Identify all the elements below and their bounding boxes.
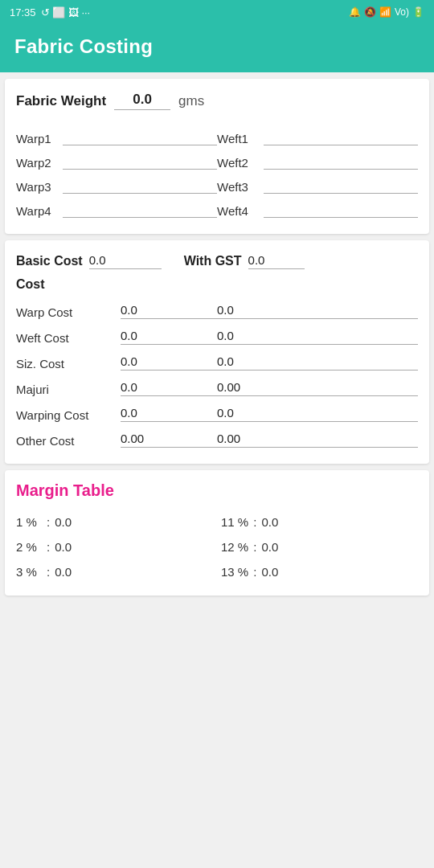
warp1-input[interactable] — [63, 129, 217, 145]
siz-cost-row: Siz. Cost 0.0 0.0 — [16, 348, 418, 374]
other-cost-row: Other Cost 0.00 0.00 — [16, 425, 418, 451]
status-icons: ↺ ⬜ 🖼 ··· — [41, 6, 91, 18]
weft3-row: Weft3 — [217, 173, 418, 197]
fabric-weight-label: Fabric Weight — [16, 93, 106, 109]
siz-cost-label: Siz. Cost — [16, 357, 121, 371]
warp4-label: Warp4 — [16, 204, 58, 218]
majuri-row: Majuri 0.0 0.00 — [16, 374, 418, 399]
basic-cost-row: Basic Cost 0.0 With GST 0.0 — [16, 253, 418, 269]
weft4-input[interactable] — [264, 202, 418, 218]
gst-value: 0.0 — [248, 253, 305, 269]
warping-cost-label: Warping Cost — [16, 408, 121, 422]
warp2-label: Warp2 — [16, 156, 58, 170]
weft2-row: Weft2 — [217, 149, 418, 173]
warp2-input[interactable] — [63, 154, 217, 170]
weft-cost-label: Weft Cost — [16, 331, 121, 345]
warp-cost-label: Warp Cost — [16, 305, 121, 319]
fabric-weight-row: Fabric Weight 0.0 gms — [16, 92, 418, 110]
margin-13pct-label: 13 % — [221, 565, 248, 579]
warping-cost-val1: 0.0 — [121, 406, 217, 422]
margin-2pct-label: 2 % — [16, 540, 42, 554]
page-title: Fabric Costing — [14, 35, 420, 58]
warp4-input[interactable] — [63, 202, 217, 218]
gst-label: With GST — [184, 254, 242, 268]
warp-cost-row: Warp Cost 0.0 0.0 — [16, 297, 418, 322]
weft4-label: Weft4 — [217, 204, 259, 218]
weft2-input[interactable] — [264, 154, 418, 170]
margin-13pct-val: 0.0 — [261, 565, 293, 579]
warp3-label: Warp3 — [16, 180, 58, 194]
margin-3pct: 3 % : 0.0 — [16, 559, 213, 584]
siz-cost-val2: 0.0 — [217, 354, 418, 371]
fabric-weight-unit: gms — [178, 93, 204, 109]
weft1-label: Weft1 — [217, 132, 259, 145]
warping-cost-row: Warping Cost 0.0 0.0 — [16, 399, 418, 425]
majuri-label: Majuri — [16, 383, 121, 396]
warping-cost-val2: 0.0 — [217, 406, 418, 422]
weft2-label: Weft2 — [217, 156, 259, 170]
margin-11pct-label: 11 % — [221, 515, 248, 529]
margin-13pct: 13 % : 0.0 — [221, 559, 418, 584]
margin-2pct: 2 % : 0.0 — [16, 534, 213, 559]
margin-right-col: 11 % : 0.0 12 % : 0.0 13 % : 0.0 — [221, 510, 418, 584]
weft-cost-val1: 0.0 — [121, 329, 217, 345]
basic-cost-value: 0.0 — [89, 253, 162, 269]
margin-3pct-val: 0.0 — [55, 565, 87, 579]
warp2-row: Warp2 — [16, 149, 217, 173]
margin-title: Margin Table — [16, 481, 418, 500]
fabric-weight-value: 0.0 — [114, 92, 170, 110]
margin-2pct-val: 0.0 — [55, 540, 87, 554]
warp3-input[interactable] — [63, 178, 217, 194]
weft1-row: Weft1 — [217, 125, 418, 149]
fabric-weight-card: Fabric Weight 0.0 gms Warp1 Warp2 Warp3 … — [5, 79, 429, 234]
cost-card: Basic Cost 0.0 With GST 0.0 Cost Warp Co… — [5, 240, 429, 464]
margin-1pct-label: 1 % — [16, 515, 42, 529]
margin-1pct-val: 0.0 — [55, 515, 87, 529]
warp-cost-val1: 0.0 — [121, 303, 217, 319]
warp-column: Warp1 Warp2 Warp3 Warp4 — [16, 125, 217, 221]
warp3-row: Warp3 — [16, 173, 217, 197]
weft-cost-row: Weft Cost 0.0 0.0 — [16, 322, 418, 348]
margin-grid: 1 % : 0.0 2 % : 0.0 3 % : 0.0 11 % : 0.0 — [16, 510, 418, 584]
weft1-input[interactable] — [264, 129, 418, 145]
other-cost-label: Other Cost — [16, 434, 121, 448]
status-right-icons: 🔔 🔕 📶 Vo) 🔋 — [349, 6, 424, 18]
status-time: 17:35 — [10, 6, 36, 18]
margin-11pct-val: 0.0 — [261, 515, 293, 529]
weft3-input[interactable] — [264, 178, 418, 194]
margin-12pct-val: 0.0 — [261, 540, 293, 554]
majuri-val2: 0.00 — [217, 380, 418, 396]
other-cost-val2: 0.00 — [217, 432, 418, 448]
margin-11pct: 11 % : 0.0 — [221, 510, 418, 534]
warp-cost-val2: 0.0 — [217, 303, 418, 319]
siz-cost-val1: 0.0 — [121, 354, 217, 371]
cost-heading: Cost — [16, 277, 418, 292]
weft4-row: Weft4 — [217, 197, 418, 221]
app-bar: Fabric Costing — [0, 24, 434, 72]
margin-card: Margin Table 1 % : 0.0 2 % : 0.0 3 % : 0… — [5, 470, 429, 596]
margin-3pct-label: 3 % — [16, 565, 42, 579]
warp4-row: Warp4 — [16, 197, 217, 221]
other-cost-val1: 0.00 — [121, 432, 217, 448]
margin-12pct: 12 % : 0.0 — [221, 534, 418, 559]
status-bar: 17:35 ↺ ⬜ 🖼 ··· 🔔 🔕 📶 Vo) 🔋 — [0, 0, 434, 24]
warp1-row: Warp1 — [16, 125, 217, 149]
majuri-val1: 0.0 — [121, 380, 217, 396]
margin-1pct: 1 % : 0.0 — [16, 510, 213, 534]
warp-weft-grid: Warp1 Warp2 Warp3 Warp4 Weft1 — [16, 125, 418, 221]
weft3-label: Weft3 — [217, 180, 259, 194]
cost-rows: Warp Cost 0.0 0.0 Weft Cost 0.0 0.0 Siz.… — [16, 297, 418, 451]
basic-cost-label: Basic Cost — [16, 254, 83, 268]
warp1-label: Warp1 — [16, 132, 58, 145]
margin-left-col: 1 % : 0.0 2 % : 0.0 3 % : 0.0 — [16, 510, 213, 584]
weft-column: Weft1 Weft2 Weft3 Weft4 — [217, 125, 418, 221]
margin-12pct-label: 12 % — [221, 540, 248, 554]
weft-cost-val2: 0.0 — [217, 329, 418, 345]
